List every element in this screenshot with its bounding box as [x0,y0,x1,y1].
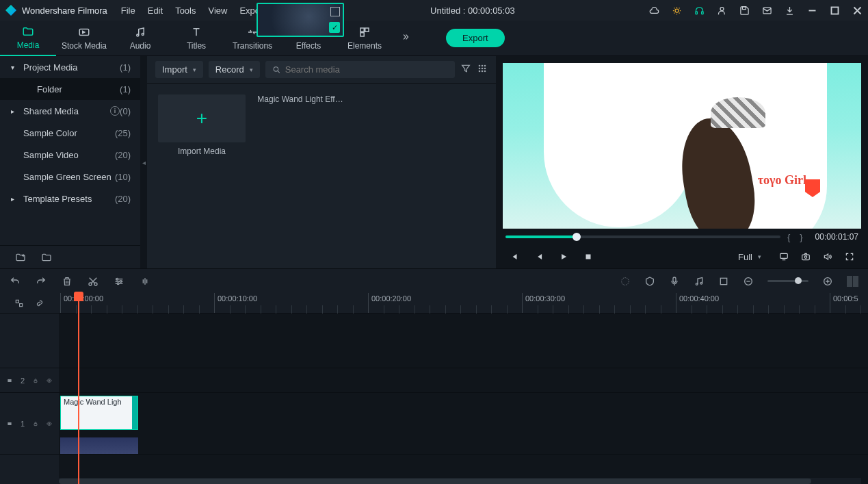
fullscreen-icon[interactable] [845,252,854,262]
close-button[interactable] [852,5,863,16]
lock-icon[interactable] [33,377,38,385]
tab-audio[interactable]: Audio [112,21,168,56]
lock-icon[interactable] [33,420,38,428]
download-icon[interactable] [785,5,795,16]
sidebar-item-template-presets[interactable]: ▸ Template Presets (20) [0,188,140,209]
svg-point-3 [720,7,724,10]
save-icon[interactable] [739,5,750,16]
sidebar: ▾ Project Media (1) Folder (1) ▸ Shared … [0,56,140,268]
video-track-icon [7,377,12,385]
sidebar-item-shared-media[interactable]: ▸ Shared Media i (0) [0,100,140,122]
music-icon[interactable] [694,276,705,287]
marker-icon[interactable] [644,276,655,287]
video-track-icon [7,420,12,428]
timeline-clip[interactable]: Magic Wand Ligh [60,396,138,430]
svg-point-31 [120,280,122,282]
link-icon[interactable] [35,298,44,308]
redo-icon[interactable] [36,276,47,287]
stop-icon[interactable] [583,252,593,262]
svg-point-17 [484,65,486,67]
lightbulb-icon[interactable] [672,5,682,16]
scrubber-handle[interactable] [573,233,581,241]
cut-icon[interactable] [88,276,98,287]
expand-icon[interactable] [330,7,340,16]
tab-elements[interactable]: Elements [337,21,393,56]
audio-waveform[interactable] [60,437,138,454]
svg-point-27 [804,256,807,259]
delete-icon[interactable] [62,276,73,287]
volume-icon[interactable] [823,252,832,262]
tracks-body[interactable]: Magic Wand Ligh [59,314,868,484]
step-back-icon[interactable] [534,252,544,262]
menu-file[interactable]: File [121,5,135,16]
chevron-left-icon: ◂ [142,159,146,166]
crop-icon[interactable] [718,276,729,287]
mark-in-icon[interactable]: { [787,232,790,242]
menu-view[interactable]: View [208,5,227,16]
track-header-2[interactable]: 2 [0,368,59,393]
playhead[interactable] [78,293,79,484]
undo-icon[interactable] [10,276,21,287]
minimize-button[interactable] [807,5,817,16]
sidebar-item-sample-video[interactable]: Sample Video (20) [0,144,140,166]
search-input[interactable] [285,64,448,75]
timeline-ruler[interactable]: 00:00:00:0000:00:10:0000:00:20:0000:00:3… [0,293,868,314]
headphones-icon[interactable] [694,5,705,16]
zoom-in-icon[interactable] [822,276,833,287]
audio-wave-icon[interactable] [140,276,150,287]
mark-out-icon[interactable]: } [800,232,802,242]
maximize-button[interactable] [830,5,840,16]
import-media-tile[interactable]: + Import Media [158,94,246,156]
timeline-view-toggle[interactable] [847,276,858,287]
export-button[interactable]: Export [446,29,505,47]
import-dropdown[interactable]: Import▾ [155,61,203,78]
eye-icon[interactable] [47,377,52,385]
svg-rect-45 [8,422,11,425]
render-icon[interactable] [620,276,631,287]
quality-select[interactable]: Full ▾ [733,250,767,264]
tab-titles[interactable]: Titles [168,21,224,56]
sidebar-item-project-media[interactable]: ▾ Project Media (1) [0,56,140,78]
new-folder-icon[interactable] [15,252,26,263]
chevron-down-icon: ▾ [193,66,196,73]
user-icon[interactable] [717,5,727,16]
svg-rect-1 [696,11,698,14]
display-icon[interactable] [779,252,789,262]
play-icon[interactable] [559,252,568,262]
tab-stock-media[interactable]: Stock Media [56,21,112,56]
menu-tools[interactable]: Tools [175,5,196,16]
info-icon[interactable]: i [110,106,120,116]
mail-icon[interactable] [762,5,772,16]
track-header-1[interactable]: 1 [0,393,59,455]
record-dropdown[interactable]: Record▾ [209,61,260,78]
preview-viewport[interactable]: τογο Girl [503,63,861,229]
sidebar-item-sample-color[interactable]: Sample Color (25) [0,122,140,144]
voiceover-icon[interactable] [669,276,680,287]
search-box[interactable] [265,61,455,78]
eye-icon[interactable] [47,420,52,428]
svg-rect-43 [34,380,37,382]
sidebar-collapse-handle[interactable]: ◂ [140,56,147,268]
cloud-icon[interactable] [649,5,659,16]
zoom-handle[interactable] [795,277,802,284]
media-clip-tile[interactable]: ✓ Magic Wand Light Eff… [257,94,344,104]
menu-edit[interactable]: Edit [148,5,163,16]
filter-icon[interactable] [460,63,471,76]
tab-media[interactable]: Media [0,21,56,56]
svg-point-19 [482,68,484,70]
grid-view-icon[interactable] [477,63,488,76]
scrollbar-thumb[interactable] [59,479,811,484]
tabs-expand-icon[interactable] [399,32,412,44]
sidebar-item-sample-green-screen[interactable]: Sample Green Screen (10) [0,166,140,188]
prev-frame-icon[interactable] [510,252,519,262]
folder-icon[interactable] [41,252,52,263]
snapshot-icon[interactable] [801,252,811,262]
preview-scrubber[interactable] [505,235,780,238]
timeline-scrollbar[interactable] [59,478,861,484]
zoom-slider[interactable] [767,280,808,282]
preview-graphic [670,84,765,229]
sidebar-item-folder[interactable]: Folder (1) [0,78,140,100]
zoom-out-icon[interactable] [743,276,754,287]
adjust-icon[interactable] [114,276,124,287]
fit-icon[interactable] [14,298,24,308]
